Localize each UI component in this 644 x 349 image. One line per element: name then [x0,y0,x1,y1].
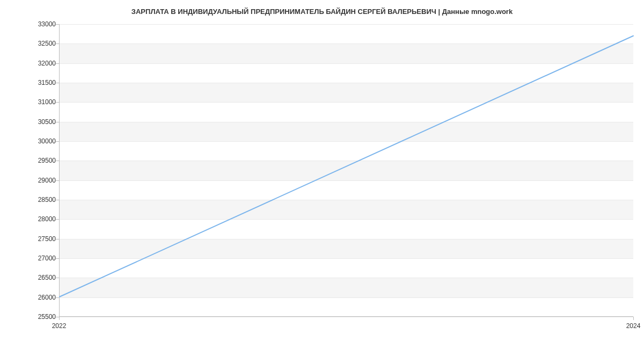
y-tick [56,83,59,83]
y-tick [56,278,59,278]
y-tick-label: 26000 [13,294,56,301]
chart-title: ЗАРПЛАТА В ИНДИВИДУАЛЬНЫЙ ПРЕДПРИНИМАТЕЛ… [0,8,644,16]
y-tick [56,297,59,298]
y-tick-label: 31500 [13,79,56,86]
series-line [60,36,633,297]
y-tick-label: 28500 [13,196,56,203]
y-tick [56,63,59,64]
line-layer [60,24,633,316]
y-tick-label: 30500 [13,118,56,126]
x-tick-label: 2024 [626,322,641,330]
y-tick [56,102,59,103]
y-tick-label: 25500 [13,313,56,321]
y-tick-label: 28000 [13,215,56,223]
y-tick [56,122,59,122]
y-tick-label: 27500 [13,235,56,243]
plot-area [59,24,633,317]
y-tick [56,258,59,259]
y-tick [56,24,59,25]
y-tick-label: 27000 [13,255,56,262]
y-tick [56,239,59,239]
y-tick-label: 32500 [13,40,56,47]
y-tick-label: 31000 [13,98,56,106]
y-tick [56,180,59,181]
y-tick-label: 30000 [13,137,56,145]
y-tick-label: 26500 [13,274,56,281]
y-tick-label: 32000 [13,60,56,67]
x-tick [633,317,634,320]
y-gridline [60,317,633,317]
y-tick-label: 33000 [13,20,56,28]
y-tick [56,200,59,200]
x-tick-label: 2022 [52,322,67,330]
y-tick [56,161,59,161]
y-tick-label: 29000 [13,177,56,184]
chart-container: ЗАРПЛАТА В ИНДИВИДУАЛЬНЫЙ ПРЕДПРИНИМАТЕЛ… [0,0,644,349]
y-tick [56,141,59,142]
x-tick [59,317,60,320]
y-tick-label: 29500 [13,157,56,164]
y-tick [56,219,59,220]
y-tick [56,43,59,44]
